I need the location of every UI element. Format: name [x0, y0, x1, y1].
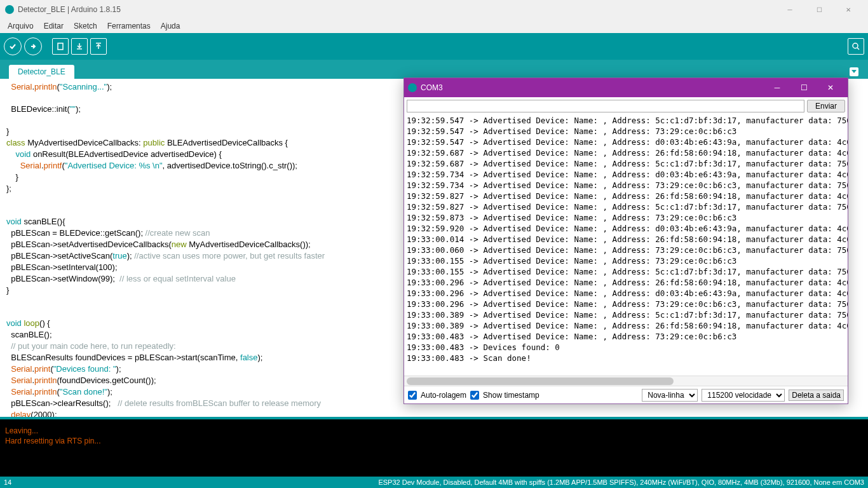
code-token: ); [76, 104, 81, 114]
code-token: pBLEScan->setWindow(99); [6, 274, 119, 283]
code-token: println [34, 376, 57, 385]
code-token: //active scan uses more power, but get r… [134, 251, 325, 261]
code-token: "Advertised Device: %s \n" [65, 161, 163, 170]
code-token: (2000); [31, 410, 57, 417]
serial-monitor-button[interactable] [848, 38, 864, 55]
code-token: "Scanning..." [60, 82, 107, 92]
code-token: (foundDevices.getCount()); [57, 376, 156, 385]
code-token: public [143, 138, 165, 147]
console-line: Hard resetting via RTS pin... [5, 436, 863, 446]
code-token: print [34, 364, 50, 374]
verify-button[interactable] [4, 37, 22, 55]
code-token: "" [70, 104, 76, 114]
menu-file[interactable]: Arquivo [3, 20, 39, 32]
code-token: } [6, 285, 9, 295]
open-button[interactable] [71, 38, 88, 55]
toolbar [0, 33, 868, 60]
menubar: Arquivo Editar Sketch Ferramentas Ajuda [0, 19, 868, 33]
code-token: void [6, 149, 31, 159]
serial-send-button[interactable]: Enviar [807, 100, 845, 112]
code-token: printf [44, 161, 62, 170]
code-token: , advertisedDevice.toString().c_str()); [163, 161, 297, 170]
timestamp-checkbox[interactable] [470, 391, 479, 400]
code-token: ); [107, 82, 112, 92]
code-token: println [34, 387, 57, 396]
baud-select[interactable]: 115200 velocidade [702, 389, 785, 402]
code-token: Serial [6, 82, 32, 92]
statusbar: 14 ESP32 Dev Module, Disabled, Default 4… [0, 477, 868, 488]
autoscroll-label: Auto-rolagem [421, 391, 466, 400]
code-token: Serial [6, 387, 32, 396]
code-token: void [6, 217, 22, 226]
status-board-info: ESP32 Dev Module, Disabled, Default 4MB … [378, 478, 864, 486]
serial-maximize-button[interactable]: ☐ [790, 79, 817, 97]
upload-button[interactable] [24, 37, 42, 55]
close-button[interactable]: ✕ [834, 0, 863, 19]
code-token: pBLEScan->setAdvertisedDeviceCallbacks( [6, 240, 172, 249]
svg-rect-0 [58, 43, 63, 50]
new-button[interactable] [52, 38, 69, 55]
menu-tools[interactable]: Ferramentas [102, 20, 156, 32]
code-token: void [6, 318, 22, 328]
code-token: ::getScan(); [100, 228, 146, 238]
code-token: ); [107, 387, 112, 396]
code-token: ::init( [52, 104, 70, 114]
tab-sketch[interactable]: Detector_BLE [9, 65, 74, 79]
tab-menu-button[interactable] [845, 65, 863, 79]
serial-input-row: Enviar [404, 97, 848, 115]
serial-monitor-window: COM3 ─ ☐ ✕ Enviar 19:32:59.547 -> Advert… [403, 78, 848, 404]
autoscroll-checkbox[interactable] [408, 391, 417, 400]
serial-send-input[interactable] [407, 100, 804, 112]
code-token: "Devices found: " [53, 364, 116, 374]
code-token: Serial [6, 376, 32, 385]
code-token: BLEDevice [59, 228, 100, 238]
code-token: delay [6, 410, 31, 417]
code-token: println [34, 82, 57, 92]
code-token: BLEScanResults foundDevices = pBLEScan->… [6, 353, 240, 362]
serial-window-icon [408, 83, 417, 92]
menu-edit[interactable]: Editar [39, 20, 69, 32]
code-token: ); [116, 364, 121, 374]
code-token: //create new scan [146, 228, 210, 238]
code-token: false [240, 353, 257, 362]
svg-line-2 [857, 48, 859, 50]
code-token: MyAdvertisedDeviceCallbacks()); [187, 240, 311, 249]
code-token: true [112, 251, 126, 261]
code-token: pBLEScan->clearResults(); [6, 398, 118, 408]
window-title: Detector_BLE | Arduino 1.8.15 [18, 5, 121, 14]
serial-close-button[interactable]: ✕ [817, 79, 844, 97]
clear-output-button[interactable]: Deleta a saida [789, 390, 844, 401]
code-token: pBLEScan->setActiveScan( [6, 251, 112, 261]
code-token: } [6, 126, 9, 136]
code-token: class [6, 138, 25, 147]
line-ending-select[interactable]: Nova-linha [642, 389, 698, 402]
timestamp-label: Show timestamp [483, 391, 539, 400]
tab-strip: Detector_BLE [0, 60, 868, 79]
code-token: pBLEScan->setInterval(100); [6, 262, 118, 272]
maximize-button[interactable]: ☐ [804, 0, 834, 19]
menu-help[interactable]: Ajuda [156, 20, 186, 32]
code-token: new [172, 240, 187, 249]
window-titlebar: Detector_BLE | Arduino 1.8.15 ─ ☐ ✕ [0, 0, 868, 19]
svg-point-1 [853, 43, 858, 48]
code-token: () { [39, 318, 50, 328]
serial-log[interactable]: 19:32:59.547 -> Advertised Device: Name:… [404, 115, 848, 376]
serial-minimize-button[interactable]: ─ [764, 79, 790, 97]
minimize-button[interactable]: ─ [775, 0, 804, 19]
serial-title: COM3 [421, 83, 443, 92]
code-token: MyAdvertisedDeviceCallbacks: [25, 138, 144, 147]
menu-sketch[interactable]: Sketch [69, 20, 102, 32]
code-token: ); [258, 353, 263, 362]
code-token: // less or equal setInterval value [119, 274, 236, 283]
serial-scrollbar[interactable] [404, 376, 848, 386]
code-token: "Scan done!" [60, 387, 107, 396]
code-token: // put your main code here, to run repea… [6, 341, 176, 351]
code-token: BLEAdvertisedDeviceCallbacks { [165, 138, 288, 147]
code-token: }; [6, 184, 11, 193]
arduino-app-icon [5, 5, 14, 14]
code-token: pBLEScan = [6, 228, 59, 238]
code-token: } [6, 172, 18, 182]
code-token: BLEDevice [6, 104, 52, 114]
save-button[interactable] [90, 38, 107, 55]
compiler-console: Leaving... Hard resetting via RTS pin... [0, 417, 868, 477]
